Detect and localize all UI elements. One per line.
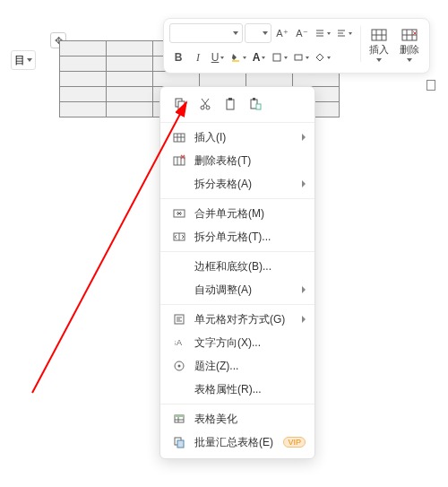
menu-split-table[interactable]: 拆分表格(A): [160, 172, 314, 196]
menu-batch-summary[interactable]: 批量汇总表格(E) VIP: [160, 430, 314, 454]
menu-label: 批量汇总表格(E): [194, 435, 280, 450]
caption-icon: [171, 358, 187, 374]
svg-point-21: [178, 365, 181, 368]
insert-row-icon: [171, 129, 187, 145]
svg-rect-12: [253, 98, 255, 100]
insert-label: 插入: [369, 43, 389, 57]
menu-label: 单元格对齐方式(G): [194, 312, 302, 327]
bold-button[interactable]: B: [169, 48, 187, 67]
delete-label: 删除: [400, 43, 419, 57]
list-button[interactable]: [313, 23, 332, 43]
copy-icon: [173, 97, 187, 111]
menu-label: 自动调整(A): [194, 283, 302, 298]
menu-cell-align[interactable]: 单元格对齐方式(G): [160, 308, 314, 331]
border-button[interactable]: [270, 48, 289, 67]
cut-button[interactable]: [196, 95, 214, 113]
chevron-right-icon: [302, 180, 306, 187]
svg-rect-0: [232, 60, 239, 62]
increase-font-button[interactable]: A⁺: [273, 23, 291, 43]
copy-button[interactable]: [171, 95, 189, 113]
insert-button[interactable]: 插入: [365, 24, 393, 65]
font-color-button[interactable]: A: [250, 48, 268, 67]
beautify-icon: [171, 411, 187, 427]
menu-label: 拆分单元格(T)...: [194, 230, 306, 245]
menu-text-direction[interactable]: ᵢA 文字方向(X)...: [160, 331, 314, 354]
svg-rect-23: [175, 415, 184, 417]
chevron-right-icon: [302, 134, 306, 141]
svg-rect-25: [177, 440, 184, 448]
cut-icon: [198, 97, 212, 111]
svg-rect-13: [256, 104, 261, 109]
svg-point-8: [206, 106, 210, 109]
paste-button[interactable]: [221, 95, 239, 113]
split-cells-icon: [171, 229, 187, 245]
text-direction-icon: ᵢA: [171, 335, 187, 351]
menu-label: 删除表格(T): [194, 153, 306, 169]
font-size-select[interactable]: [245, 23, 271, 43]
chevron-right-icon: [302, 286, 306, 293]
menu-label: 表格属性(R)...: [194, 382, 306, 397]
page-indicator[interactable]: 目: [11, 50, 36, 70]
decrease-font-button[interactable]: A⁻: [293, 23, 311, 43]
menu-label: 题注(Z)...: [194, 359, 306, 374]
menu-label: 表格美化: [194, 412, 306, 427]
svg-rect-10: [228, 98, 232, 100]
delete-table-icon: [171, 152, 187, 169]
menu-insert[interactable]: 插入(I): [160, 126, 314, 149]
paste-special-icon: [248, 97, 263, 111]
menu-caption[interactable]: 题注(Z)...: [160, 354, 314, 378]
align-icon: [171, 311, 187, 327]
insert-icon: [371, 29, 387, 41]
delete-button[interactable]: 删除: [395, 24, 424, 65]
menu-label: 插入(I): [194, 130, 302, 145]
italic-button[interactable]: I: [189, 48, 207, 67]
svg-rect-9: [227, 100, 234, 109]
svg-rect-15: [174, 157, 185, 165]
menu-beautify[interactable]: 表格美化: [160, 407, 314, 430]
summary-icon: [171, 434, 187, 450]
chevron-right-icon: [302, 316, 306, 323]
menu-split-cells[interactable]: 拆分单元格(T)...: [160, 225, 314, 248]
fill-button[interactable]: [313, 48, 332, 67]
align-button[interactable]: [334, 23, 354, 43]
menu-merge-cells[interactable]: 合并单元格(M): [160, 202, 314, 225]
merge-cells-icon: [171, 205, 187, 222]
vip-badge: VIP: [283, 437, 306, 448]
paste-icon: [223, 97, 237, 111]
menu-label: 文字方向(X)...: [194, 335, 306, 351]
highlight-button[interactable]: [228, 48, 248, 67]
floating-toolbar: A⁺ A⁻ B I U A 插入 删除: [163, 18, 430, 74]
menu-borders[interactable]: 边框和底纹(B)...: [160, 255, 314, 278]
menu-label: 拆分表格(A): [194, 177, 302, 192]
underline-button[interactable]: U: [209, 48, 227, 67]
table-resize-handle[interactable]: [426, 80, 435, 91]
svg-point-7: [201, 106, 204, 109]
shape-button[interactable]: [291, 48, 311, 67]
font-family-select[interactable]: [169, 23, 243, 43]
menu-delete-table[interactable]: 删除表格(T): [160, 149, 314, 172]
menu-autofit[interactable]: 自动调整(A): [160, 278, 314, 301]
delete-icon: [401, 29, 418, 41]
svg-rect-6: [178, 101, 185, 109]
menu-label: 合并单元格(M): [194, 206, 306, 222]
svg-rect-2: [295, 55, 302, 60]
context-menu: 插入(I) 删除表格(T) 拆分表格(A) 合并单元格(M) 拆分单元格(T).…: [159, 86, 315, 459]
paste-special-button[interactable]: [246, 95, 264, 113]
svg-rect-1: [273, 54, 280, 61]
page-indicator-label: 目: [14, 53, 25, 68]
menu-label: 边框和底纹(B)...: [194, 259, 306, 274]
menu-properties[interactable]: 表格属性(R)...: [160, 378, 314, 401]
svg-text:ᵢA: ᵢA: [175, 338, 182, 347]
